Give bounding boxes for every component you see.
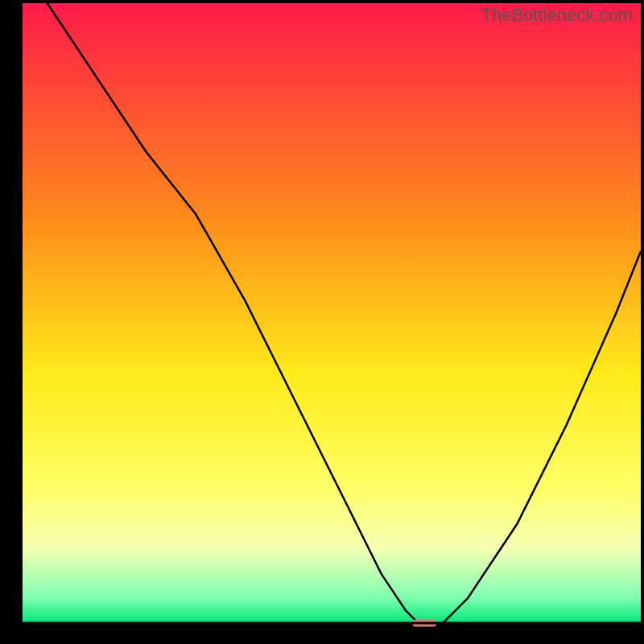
plot-background — [23, 3, 641, 623]
watermark-text: TheBottleneck.com — [481, 5, 633, 26]
chart-container: TheBottleneck.com — [0, 0, 644, 644]
bottleneck-chart — [0, 0, 644, 644]
